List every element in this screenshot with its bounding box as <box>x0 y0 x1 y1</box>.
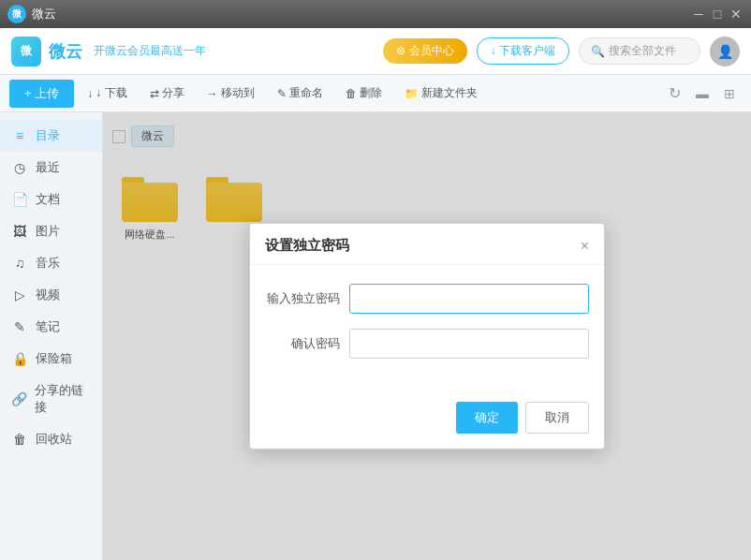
docs-icon: 📄 <box>11 192 28 207</box>
search-icon: 🔍 <box>591 45 605 58</box>
delete-button[interactable]: 🗑 删除 <box>336 81 391 106</box>
delete-label: 删除 <box>360 85 382 101</box>
download-label: ↓ 下载 <box>96 85 126 101</box>
sidebar-shared-label: 分享的链接 <box>35 382 91 416</box>
sidebar-item-video[interactable]: ▷ 视频 <box>0 279 102 311</box>
confirm-row: 确认密码 <box>265 329 589 359</box>
dialog-footer: 确定 取消 <box>250 392 604 449</box>
maximize-button[interactable]: □ <box>710 7 725 22</box>
music-icon: ♫ <box>11 256 28 271</box>
confirm-button[interactable]: 确定 <box>456 402 518 434</box>
sidebar-video-label: 视频 <box>36 287 60 303</box>
rename-icon: ✎ <box>277 87 287 100</box>
sidebar-music-label: 音乐 <box>36 255 60 272</box>
rename-label: 重命名 <box>289 85 323 101</box>
password-label: 输入独立密码 <box>265 290 349 307</box>
confirm-label: 确认密码 <box>265 335 349 352</box>
download-icon: ↓ <box>87 87 93 100</box>
safe-icon: 🔒 <box>11 351 28 366</box>
sidebar-notes-label: 笔记 <box>36 318 60 335</box>
sidebar-item-catalog[interactable]: ≡ 目录 <box>0 120 102 152</box>
list-view-button[interactable]: ▬ <box>689 80 715 107</box>
vip-center-button[interactable]: ⊛ 会员中心 <box>383 38 466 64</box>
header: 微 微云 开微云会员最高送一年 ⊛ 会员中心 ↓ 下载客户端 🔍 搜索全部文件 … <box>0 28 751 75</box>
title-bar: 微 微云 ─ □ ✕ <box>0 0 751 28</box>
notes-icon: ✎ <box>11 319 28 334</box>
password-input[interactable] <box>349 284 589 314</box>
view-controls: ↻ ▬ ⊞ <box>662 80 742 107</box>
share-icon: ⇄ <box>150 87 159 100</box>
catalog-icon: ≡ <box>11 128 28 143</box>
close-button[interactable]: ✕ <box>729 7 744 22</box>
upload-button[interactable]: + 上传 <box>9 80 74 108</box>
avatar-text: 👤 <box>717 44 733 59</box>
new-folder-label: 新建文件夹 <box>421 85 478 101</box>
sidebar-safe-label: 保险箱 <box>36 350 72 367</box>
sidebar-catalog-label: 目录 <box>36 127 60 144</box>
video-icon: ▷ <box>11 287 28 302</box>
sidebar: ≡ 目录 ◷ 最近 📄 文档 🖼 图片 ♫ 音乐 ▷ 视频 ✎ 笔记 🔒 <box>0 112 103 560</box>
app-title: 微云 <box>32 6 56 22</box>
cancel-button[interactable]: 取消 <box>525 402 589 434</box>
download-button[interactable]: ↓ ↓ 下载 <box>78 81 136 106</box>
delete-icon: 🗑 <box>346 87 357 100</box>
main-layout: ≡ 目录 ◷ 最近 📄 文档 🖼 图片 ♫ 音乐 ▷ 视频 ✎ 笔记 🔒 <box>0 112 751 560</box>
refresh-button[interactable]: ↻ <box>662 80 687 107</box>
search-box: 🔍 搜索全部文件 <box>579 37 700 65</box>
header-brand-name: 微云 <box>49 40 82 63</box>
share-label: 分享 <box>162 85 184 101</box>
confirm-input[interactable] <box>349 329 589 359</box>
header-logo-icon: 微 <box>11 37 41 66</box>
minimize-button[interactable]: ─ <box>691 7 706 22</box>
move-icon: → <box>207 87 218 100</box>
recycle-icon: 🗑 <box>11 432 28 447</box>
sidebar-item-safe[interactable]: 🔒 保险箱 <box>0 343 102 375</box>
shared-icon: 🔗 <box>11 391 27 406</box>
photos-icon: 🖼 <box>11 224 28 239</box>
header-promo-text: 开微云会员最高送一年 <box>94 43 206 59</box>
avatar[interactable]: 👤 <box>710 37 740 66</box>
sidebar-item-photos[interactable]: 🖼 图片 <box>0 215 102 247</box>
header-brand: 微 微云 开微云会员最高送一年 <box>11 37 206 66</box>
sidebar-item-music[interactable]: ♫ 音乐 <box>0 247 102 279</box>
sidebar-photos-label: 图片 <box>36 223 60 240</box>
content-area: 微云 网络硬盘... <box>103 112 751 560</box>
sidebar-item-notes[interactable]: ✎ 笔记 <box>0 311 102 343</box>
new-folder-icon: 📁 <box>405 87 419 100</box>
set-password-dialog: 设置独立密码 × 输入独立密码 确认密码 确定 取消 <box>249 223 605 449</box>
dialog-close-button[interactable]: × <box>581 239 589 254</box>
app-logo-icon: 微 <box>7 5 26 23</box>
password-row: 输入独立密码 <box>265 284 589 314</box>
dialog-title: 设置独立密码 <box>265 237 349 255</box>
sidebar-recent-label: 最近 <box>36 159 60 176</box>
sidebar-recycle-label: 回收站 <box>36 431 72 448</box>
dialog-body: 输入独立密码 确认密码 <box>250 265 604 392</box>
rename-button[interactable]: ✎ 重命名 <box>268 81 332 106</box>
modal-overlay: 设置独立密码 × 输入独立密码 确认密码 确定 取消 <box>103 112 751 560</box>
title-bar-logo: 微 微云 <box>7 5 56 23</box>
share-button[interactable]: ⇄ 分享 <box>140 81 194 106</box>
move-label: 移动到 <box>221 85 255 101</box>
move-button[interactable]: → 移动到 <box>198 81 264 106</box>
title-bar-controls: ─ □ ✕ <box>691 7 744 22</box>
new-folder-button[interactable]: 📁 新建文件夹 <box>395 81 487 106</box>
sidebar-docs-label: 文档 <box>36 191 60 208</box>
search-placeholder-text: 搜索全部文件 <box>609 43 676 59</box>
download-client-button[interactable]: ↓ 下载客户端 <box>477 37 569 65</box>
dialog-header: 设置独立密码 × <box>250 224 604 265</box>
recent-icon: ◷ <box>11 160 28 175</box>
grid-view-button[interactable]: ⊞ <box>717 80 742 107</box>
sidebar-item-recycle[interactable]: 🗑 回收站 <box>0 423 102 455</box>
toolbar: + 上传 ↓ ↓ 下载 ⇄ 分享 → 移动到 ✎ 重命名 🗑 删除 📁 新建文件… <box>0 75 751 112</box>
sidebar-item-shared[interactable]: 🔗 分享的链接 <box>0 375 102 423</box>
sidebar-item-docs[interactable]: 📄 文档 <box>0 184 102 215</box>
sidebar-item-recent[interactable]: ◷ 最近 <box>0 152 102 184</box>
